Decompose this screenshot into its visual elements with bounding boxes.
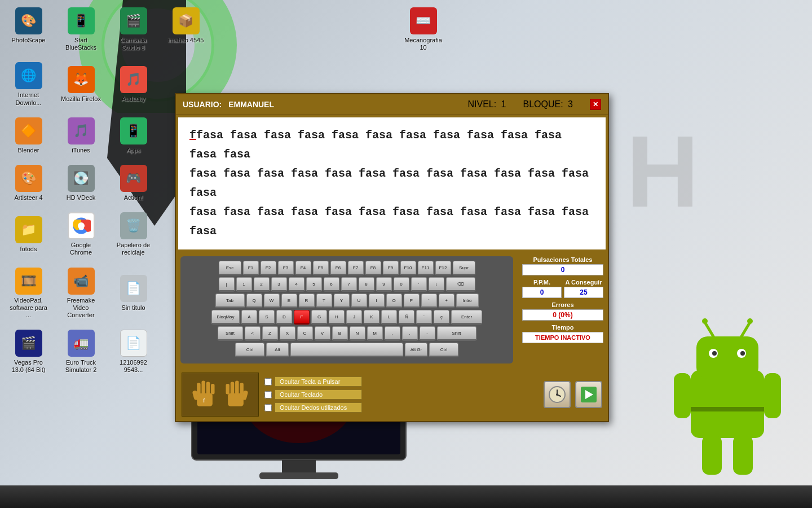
- icon-artisteer[interactable]: 🎨 Artisteer 4: [5, 162, 52, 204]
- icon-papelero[interactable]: 🗑️ Papelero de reciclaje: [109, 209, 157, 259]
- key-7[interactable]: 7: [341, 277, 357, 292]
- key-8[interactable]: 8: [359, 277, 374, 292]
- key-t[interactable]: T: [316, 294, 332, 308]
- icon-audacity[interactable]: 🎵 Audacity: [109, 59, 157, 109]
- icon-google-chrome[interactable]: Google Chrome: [57, 209, 105, 259]
- icon-videopad[interactable]: 🎞️ VideoPad, software para ...: [5, 265, 52, 322]
- icon-fotods[interactable]: 📁 fotods: [5, 209, 52, 259]
- icon-sin-titulo[interactable]: 📄 Sin titulo: [109, 265, 157, 322]
- icon-action[interactable]: 🎮 Action!: [109, 162, 157, 204]
- key-z[interactable]: Z: [262, 326, 278, 341]
- icon-internet-download[interactable]: 🌐 Internet Downlo...: [5, 59, 52, 109]
- key-altgr[interactable]: Alt Gr: [405, 343, 427, 357]
- icon-hd-vdeck[interactable]: 💽 HD VDeck: [57, 162, 105, 204]
- key-esc[interactable]: Esc: [219, 261, 241, 275]
- key-h[interactable]: H: [329, 310, 345, 325]
- key-minus[interactable]: -: [420, 326, 435, 341]
- key-s[interactable]: S: [259, 310, 275, 325]
- checkbox-ocultar-teclado-input[interactable]: [264, 391, 272, 398]
- key-backspace[interactable]: ⌫: [446, 277, 475, 292]
- key-shift-left[interactable]: Shift: [218, 326, 243, 341]
- key-f11[interactable]: F11: [418, 261, 434, 275]
- key-excl[interactable]: ¡: [429, 277, 444, 292]
- key-9[interactable]: 9: [376, 277, 392, 292]
- key-6[interactable]: 6: [324, 277, 339, 292]
- key-f-active[interactable]: F: [294, 310, 310, 325]
- key-o[interactable]: O: [386, 294, 402, 308]
- key-v[interactable]: V: [315, 326, 330, 341]
- key-f4[interactable]: F4: [295, 261, 311, 275]
- key-0[interactable]: 0: [394, 277, 409, 292]
- key-space[interactable]: [290, 343, 403, 357]
- key-backtick[interactable]: `: [421, 294, 437, 308]
- key-ctrl-right[interactable]: Ctrl: [429, 343, 458, 357]
- key-e[interactable]: E: [281, 294, 297, 308]
- key-3[interactable]: 3: [271, 277, 287, 292]
- key-supr[interactable]: Supr: [453, 261, 475, 275]
- key-comma[interactable]: ,: [385, 326, 400, 341]
- key-intro[interactable]: Intro: [456, 294, 479, 308]
- key-shift-right[interactable]: Shift: [437, 326, 476, 341]
- key-tab[interactable]: Tab: [215, 294, 245, 308]
- close-button[interactable]: ✕: [590, 99, 601, 110]
- key-plus[interactable]: +: [439, 294, 454, 308]
- icon-euro-truck[interactable]: 🚛 Euro Truck Simulator 2: [57, 327, 105, 376]
- key-w[interactable]: W: [264, 294, 280, 308]
- checkbox-ocultar-teclado[interactable]: Ocultar Teclado: [264, 389, 538, 400]
- key-m[interactable]: M: [367, 326, 383, 341]
- key-f12[interactable]: F12: [435, 261, 451, 275]
- icon-bluestacks[interactable]: 📱 Start BlueStacks: [57, 5, 105, 54]
- key-alt-left[interactable]: Alt: [266, 343, 289, 357]
- key-b[interactable]: B: [332, 326, 348, 341]
- key-n-tilde[interactable]: Ñ: [399, 310, 414, 325]
- clock-button[interactable]: [544, 381, 571, 408]
- checkbox-ocultar-tecla[interactable]: Ocultar Tecla a Pulsar: [264, 376, 538, 387]
- next-button[interactable]: [575, 381, 602, 408]
- key-a[interactable]: A: [241, 310, 257, 325]
- icon-itunes[interactable]: 🎵 iTunes: [57, 115, 105, 157]
- key-enter[interactable]: Enter: [451, 310, 482, 325]
- key-period[interactable]: .: [402, 326, 418, 341]
- key-5[interactable]: 5: [306, 277, 322, 292]
- key-f5[interactable]: F5: [313, 261, 329, 275]
- icon-vegas[interactable]: 🎬 Vegas Pro 13.0 (64 Bit): [5, 327, 52, 376]
- key-k[interactable]: K: [364, 310, 379, 325]
- checkbox-ocultar-dedos-input[interactable]: [264, 404, 272, 411]
- icon-imaheb[interactable]: 📦 imaheb 4545: [162, 5, 210, 47]
- key-4[interactable]: 4: [289, 277, 304, 292]
- key-f1[interactable]: F1: [243, 261, 259, 275]
- key-p[interactable]: P: [404, 294, 420, 308]
- key-cedilla[interactable]: ç: [434, 310, 449, 325]
- key-1[interactable]: 1: [236, 277, 252, 292]
- key-f2[interactable]: F2: [261, 261, 276, 275]
- key-f10[interactable]: F10: [400, 261, 416, 275]
- key-f3[interactable]: F3: [278, 261, 294, 275]
- key-f8[interactable]: F8: [365, 261, 381, 275]
- key-f6[interactable]: F6: [330, 261, 346, 275]
- key-pipe[interactable]: |: [219, 277, 235, 292]
- key-r[interactable]: R: [299, 294, 315, 308]
- icon-mecanografia[interactable]: ⌨️ Mecanografia 10: [399, 5, 447, 54]
- key-n[interactable]: N: [350, 326, 365, 341]
- key-acute[interactable]: ´: [416, 310, 432, 325]
- icon-camtasia[interactable]: 🎬 Camtasia Studio 8: [109, 5, 157, 54]
- key-q[interactable]: Q: [246, 294, 262, 308]
- icon-file-123[interactable]: 📄 12106992 9543...: [109, 327, 157, 376]
- key-f7[interactable]: F7: [348, 261, 364, 275]
- key-c[interactable]: C: [297, 326, 313, 341]
- icon-mozilla-firefox[interactable]: 🦊 Mozilla Firefox: [57, 59, 105, 109]
- key-f9[interactable]: F9: [383, 261, 399, 275]
- key-lt[interactable]: <: [245, 326, 261, 341]
- key-d[interactable]: D: [276, 310, 292, 325]
- icon-apps[interactable]: 📱 Apps: [109, 115, 157, 157]
- icon-photoscape[interactable]: 🎨 PhotoScape: [5, 5, 52, 47]
- key-g[interactable]: G: [311, 310, 327, 325]
- icon-freemake[interactable]: 📹 Freemake Video Converter: [57, 265, 105, 322]
- key-l[interactable]: L: [381, 310, 397, 325]
- typing-area[interactable]: ffasa fasa fasa fasa fasa fasa fasa fasa…: [178, 117, 606, 249]
- key-j[interactable]: J: [346, 310, 362, 325]
- key-i[interactable]: I: [369, 294, 385, 308]
- checkbox-ocultar-dedos[interactable]: Ocultar Dedos utilizados: [264, 402, 538, 413]
- key-2[interactable]: 2: [254, 277, 270, 292]
- key-capslock[interactable]: BloqMay: [211, 310, 240, 325]
